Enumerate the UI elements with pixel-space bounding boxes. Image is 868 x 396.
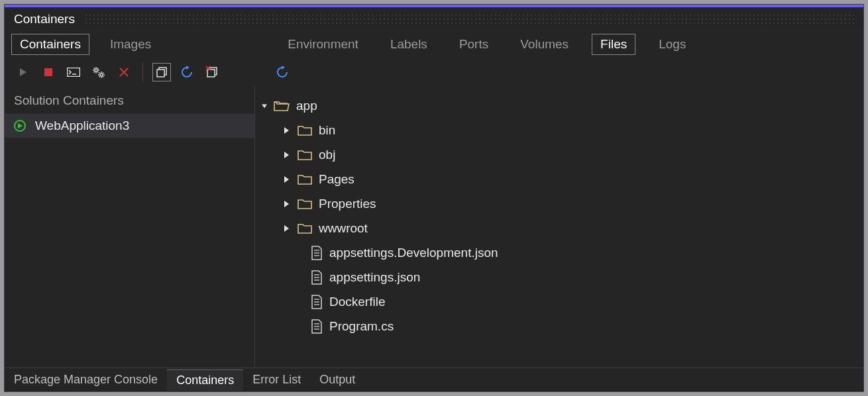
tree-label: Properties xyxy=(319,197,376,211)
tree-folder[interactable]: bin xyxy=(258,118,863,142)
tree-label: Pages xyxy=(319,172,354,187)
stacked-boxes-icon xyxy=(156,66,168,78)
refresh-icon xyxy=(276,66,289,79)
terminal-icon xyxy=(67,68,80,77)
grip-dots[interactable] xyxy=(84,13,857,25)
tab-labels[interactable]: Labels xyxy=(382,34,436,55)
tree-folder[interactable]: obj xyxy=(258,142,863,167)
settings-button[interactable] xyxy=(89,63,108,81)
tree-file[interactable]: Dockerfile xyxy=(258,289,863,314)
tree-label: appsettings.Development.json xyxy=(329,246,498,260)
tree-folder-root[interactable]: app xyxy=(258,93,863,118)
svg-marker-10 xyxy=(186,66,190,70)
svg-marker-0 xyxy=(20,68,27,76)
tab-containers[interactable]: Containers xyxy=(11,34,89,55)
svg-marker-21 xyxy=(284,201,289,207)
folder-open-icon xyxy=(274,99,290,113)
tab-volumes[interactable]: Volumes xyxy=(512,34,577,55)
chevron-right-icon[interactable] xyxy=(282,150,291,160)
tree-label: Dockerfile xyxy=(329,295,385,309)
bottom-tab-output[interactable]: Output xyxy=(310,370,364,390)
bottom-tab-pmc[interactable]: Package Manager Console xyxy=(5,370,167,390)
container-item[interactable]: WebApplication3 xyxy=(5,113,254,138)
folder-icon xyxy=(298,149,312,161)
play-icon xyxy=(19,68,28,77)
file-icon xyxy=(311,319,323,334)
svg-marker-20 xyxy=(284,176,289,183)
tree-label: wwwroot xyxy=(319,221,368,236)
tree-label: bin xyxy=(319,123,335,138)
file-icon xyxy=(311,246,323,260)
chevron-right-icon[interactable] xyxy=(282,199,291,209)
side-heading: Solution Containers xyxy=(5,88,254,113)
refresh-icon xyxy=(180,66,193,79)
start-button[interactable] xyxy=(14,63,32,81)
folder-icon xyxy=(298,173,312,185)
folder-icon xyxy=(298,223,312,234)
chevron-right-icon[interactable] xyxy=(282,175,291,184)
tab-logs[interactable]: Logs xyxy=(650,34,694,55)
tab-environment[interactable]: Environment xyxy=(279,34,367,55)
refresh-button[interactable] xyxy=(178,63,196,81)
panel-title-row: Containers xyxy=(5,7,863,31)
svg-marker-15 xyxy=(282,66,285,70)
tree-file[interactable]: appsettings.Development.json xyxy=(258,240,863,265)
svg-marker-19 xyxy=(284,152,289,158)
file-tree: app bin obj Pages xyxy=(255,93,863,338)
delete-button[interactable] xyxy=(115,63,133,81)
side-panel: Solution Containers WebApplication3 xyxy=(5,87,255,368)
svg-marker-16 xyxy=(18,123,23,128)
tree-label: appsettings.json xyxy=(329,270,420,285)
file-icon xyxy=(311,295,323,309)
tree-label: Program.cs xyxy=(329,319,394,334)
chevron-right-icon[interactable] xyxy=(282,224,291,233)
bottom-tab-containers[interactable]: Containers xyxy=(167,370,243,391)
svg-marker-22 xyxy=(284,225,289,232)
status-running-icon xyxy=(14,120,26,132)
svg-rect-1 xyxy=(44,68,52,76)
tree-folder[interactable]: Pages xyxy=(258,167,863,191)
prune-icon xyxy=(205,66,219,79)
tree-folder[interactable]: Properties xyxy=(258,191,863,216)
svg-rect-12 xyxy=(207,70,215,77)
container-name: WebApplication3 xyxy=(35,119,129,133)
gears-icon xyxy=(92,66,105,78)
chevron-right-icon[interactable] xyxy=(282,126,291,135)
prune-button[interactable] xyxy=(203,63,221,81)
stop-button[interactable] xyxy=(39,63,58,81)
svg-rect-2 xyxy=(68,68,80,77)
tab-ports[interactable]: Ports xyxy=(451,34,497,55)
tree-file[interactable]: Program.cs xyxy=(258,314,863,338)
chevron-down-icon[interactable] xyxy=(258,101,267,111)
svg-marker-17 xyxy=(262,104,267,108)
show-all-containers-button[interactable] xyxy=(152,63,171,81)
tree-file[interactable]: appsettings.json xyxy=(258,265,863,289)
file-icon xyxy=(311,270,323,285)
bottom-tabs: Package Manager Console Containers Error… xyxy=(5,368,863,391)
svg-marker-18 xyxy=(284,127,289,134)
tab-files[interactable]: Files xyxy=(592,34,635,55)
files-panel: app bin obj Pages xyxy=(255,87,863,368)
folder-icon xyxy=(298,124,312,136)
stop-icon xyxy=(44,68,53,77)
tree-folder[interactable]: wwwroot xyxy=(258,216,863,240)
terminal-button[interactable] xyxy=(64,63,83,81)
tree-label: app xyxy=(296,99,317,113)
panel-title: Containers xyxy=(5,12,84,26)
x-icon xyxy=(119,67,129,77)
svg-rect-9 xyxy=(157,70,164,77)
tree-label: obj xyxy=(319,148,335,162)
refresh-files-button[interactable] xyxy=(273,63,292,81)
bottom-tab-errorlist[interactable]: Error List xyxy=(243,370,310,390)
toolbar-divider xyxy=(142,63,143,81)
svg-point-5 xyxy=(100,74,103,76)
tab-images[interactable]: Images xyxy=(101,34,160,55)
svg-point-4 xyxy=(95,69,97,72)
folder-icon xyxy=(298,198,312,210)
